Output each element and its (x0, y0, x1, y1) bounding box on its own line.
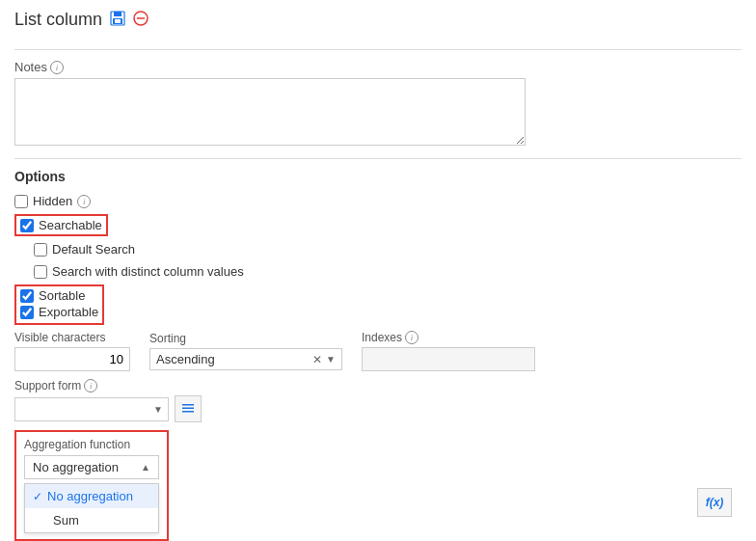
hidden-label: Hidden (33, 194, 72, 208)
support-form-section: Support form i ▼ (14, 379, 742, 422)
visible-chars-input[interactable] (14, 347, 130, 371)
searchable-highlight-box: Searchable (14, 214, 108, 236)
indexes-field: Indexes i (362, 331, 535, 371)
support-form-select-wrapper: ▼ (14, 397, 169, 421)
support-form-label: Support form i (14, 379, 742, 392)
svg-rect-7 (182, 408, 194, 410)
support-form-select[interactable] (14, 397, 169, 421)
searchable-checkbox[interactable] (20, 219, 34, 232)
exportable-row: Exportable (20, 305, 98, 319)
svg-rect-8 (182, 411, 194, 413)
sortable-exportable-group: Sortable Exportable (14, 284, 104, 325)
aggregation-current-value: No aggregation (33, 460, 119, 474)
hidden-row: Hidden i (14, 192, 742, 210)
svg-rect-3 (115, 19, 121, 23)
page-title: List column (14, 10, 102, 30)
sorting-field: Sorting Ascending ✕ ▼ (149, 332, 342, 370)
notes-info-icon[interactable]: i (50, 61, 64, 74)
sorting-dropdown-arrow[interactable]: ▼ (326, 354, 336, 365)
form-row-1: Visible characters Sorting Ascending ✕ ▼ (14, 331, 742, 371)
notes-section: Notes i (14, 60, 742, 149)
options-title: Options (14, 169, 742, 184)
hidden-checkbox[interactable] (14, 195, 28, 208)
indexes-input[interactable] (362, 347, 535, 371)
fx-button[interactable]: f(x) (697, 488, 732, 517)
sortable-label: Sortable (39, 288, 85, 303)
sorting-value: Ascending (156, 352, 312, 366)
support-form-info-icon[interactable]: i (84, 379, 97, 392)
aggregation-fx-row: Aggregation function No aggregation ▲ ✓ … (14, 430, 742, 541)
cancel-header-icon[interactable] (133, 11, 148, 30)
page-container: List column Notes i Options (0, 0, 756, 541)
svg-rect-6 (182, 404, 194, 406)
sorting-label: Sorting (149, 332, 342, 345)
sorting-clear-icon[interactable]: ✕ (312, 353, 322, 366)
default-search-label: Default Search (52, 242, 135, 257)
svg-rect-1 (114, 12, 122, 16)
header-divider (14, 49, 742, 50)
aggregation-dropdown-list: ✓ No aggregation Sum (24, 483, 159, 533)
sortable-row: Sortable (20, 288, 98, 303)
aggregation-label: Aggregation function (24, 438, 159, 451)
search-distinct-row: Search with distinct column values (34, 262, 742, 281)
page-header: List column (14, 10, 742, 38)
notes-label: Notes i (14, 60, 742, 74)
exportable-label: Exportable (39, 305, 98, 319)
default-search-checkbox[interactable] (34, 243, 47, 257)
search-distinct-checkbox[interactable] (34, 265, 47, 279)
section-divider (14, 158, 742, 159)
aggregation-arrow-icon: ▲ (141, 462, 150, 473)
hidden-info-icon[interactable]: i (77, 195, 91, 208)
aggregation-section: Aggregation function No aggregation ▲ ✓ … (14, 430, 169, 541)
indexes-label: Indexes i (362, 331, 535, 344)
exportable-checkbox[interactable] (20, 306, 34, 319)
search-distinct-label: Search with distinct column values (52, 264, 244, 279)
save-header-icon[interactable] (110, 11, 125, 30)
sorting-select[interactable]: Ascending ✕ ▼ (149, 348, 342, 370)
support-form-row: ▼ (14, 395, 742, 422)
indexes-info-icon[interactable]: i (405, 331, 418, 344)
sortable-checkbox[interactable] (20, 289, 34, 303)
searchable-label: Searchable (39, 218, 102, 232)
options-section: Options Hidden i Searchable Default Sear… (14, 169, 742, 541)
aggregation-option-no-aggregation[interactable]: ✓ No aggregation (25, 484, 158, 508)
aggregation-option-sum[interactable]: Sum (25, 508, 158, 532)
visible-chars-label: Visible characters (14, 331, 130, 344)
selected-check-icon: ✓ (33, 490, 42, 503)
aggregation-dropdown-button[interactable]: No aggregation ▲ (24, 455, 159, 479)
support-form-list-button[interactable] (175, 395, 202, 422)
visible-chars-field: Visible characters (14, 331, 130, 371)
notes-textarea[interactable] (14, 78, 526, 146)
default-search-row: Default Search (34, 240, 742, 258)
